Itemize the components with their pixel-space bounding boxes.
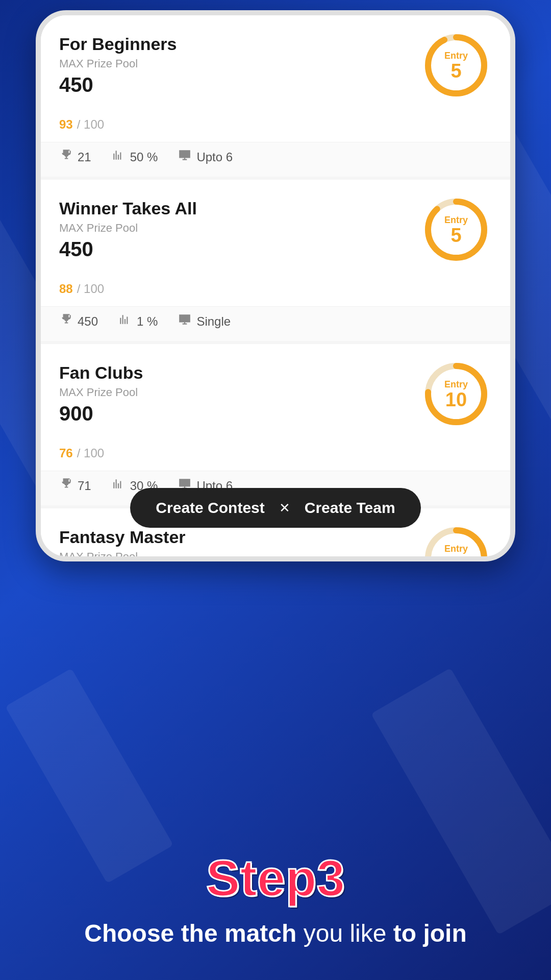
stat-icon-1	[112, 149, 125, 165]
entry-label: Entry	[444, 379, 468, 390]
progress-total-fan-clubs: / 100	[77, 446, 104, 460]
progress-total-beginners: / 100	[77, 117, 104, 132]
stat-item-0: 450	[59, 313, 98, 330]
progress-row-beginners: 93 / 100	[41, 111, 510, 142]
prize-label-fantasy-master: MAX Prize Pool	[59, 550, 186, 556]
card-title-winner-takes-all: Winner Takes All	[59, 199, 197, 218]
card-main-beginners: For Beginners MAX Prize Pool 450 Entry 5	[41, 15, 510, 111]
donut-center: Entry 5	[420, 194, 492, 265]
entry-label: Entry	[444, 215, 468, 226]
card-info-winner-takes-all: Winner Takes All MAX Prize Pool 450	[59, 199, 197, 261]
prize-label-beginners: MAX Prize Pool	[59, 57, 177, 70]
step-desc-bold2: to join	[393, 920, 467, 947]
stat-value-0: 21	[78, 150, 91, 164]
svg-text:S: S	[183, 315, 187, 321]
create-contest-button[interactable]: Create Contest	[156, 499, 264, 517]
contest-list: For Beginners MAX Prize Pool 450 Entry 5…	[41, 15, 510, 556]
stat-icon-0	[59, 313, 72, 330]
prize-label-fan-clubs: MAX Prize Pool	[59, 386, 143, 399]
entry-label: Entry	[444, 51, 468, 61]
stat-value-1: 50 %	[130, 150, 158, 164]
stat-item-1: 1 %	[118, 313, 158, 330]
stat-icon-1	[118, 313, 132, 330]
stat-value-0: 450	[78, 314, 98, 329]
entry-donut: Entry 5	[420, 194, 492, 265]
entry-label: Entry	[444, 544, 468, 554]
bottom-action-bar: Create Contest ✕ Create Team	[41, 488, 510, 528]
step-label: Step3	[206, 849, 345, 908]
entry-value: 10	[445, 390, 467, 409]
card-stats-winner-takes-all: 450 1 % S Single	[41, 306, 510, 341]
entry-donut: Entry 10	[420, 358, 492, 430]
stat-value-2: Upto 6	[196, 150, 233, 164]
phone-inner: For Beginners MAX Prize Pool 450 Entry 5…	[41, 15, 510, 556]
bottom-section: Step3 Choose the match you like to join	[0, 572, 551, 980]
card-title-fan-clubs: Fan Clubs	[59, 363, 143, 383]
donut-center: Entry 5	[420, 30, 492, 101]
contest-card-fan-clubs[interactable]: Fan Clubs MAX Prize Pool 900 Entry 10 76…	[41, 344, 510, 505]
stat-value-1: 1 %	[137, 314, 158, 329]
stat-item-2: S Single	[178, 313, 231, 330]
step-desc-normal: you like	[296, 920, 393, 947]
step-description: Choose the match you like to join	[54, 918, 497, 949]
progress-filled-beginners: 93	[59, 117, 73, 132]
bar-divider: ✕	[277, 500, 292, 516]
progress-filled-fan-clubs: 76	[59, 446, 73, 460]
card-stats-beginners: 21 50 % M Upto 6	[41, 142, 510, 177]
stat-value-2: Single	[196, 314, 231, 329]
progress-filled-winner-takes-all: 88	[59, 282, 73, 296]
stat-icon-2: S	[178, 313, 191, 330]
entry-value: 200	[440, 554, 472, 557]
cross-icon: ✕	[279, 500, 290, 516]
progress-row-fan-clubs: 76 / 100	[41, 440, 510, 471]
card-main-winner-takes-all: Winner Takes All MAX Prize Pool 450 Entr…	[41, 180, 510, 276]
contest-card-beginners[interactable]: For Beginners MAX Prize Pool 450 Entry 5…	[41, 15, 510, 177]
step-desc-bold1: Choose the match	[84, 920, 296, 947]
card-title-beginners: For Beginners	[59, 34, 177, 54]
card-info-fan-clubs: Fan Clubs MAX Prize Pool 900	[59, 363, 143, 425]
card-main-fan-clubs: Fan Clubs MAX Prize Pool 900 Entry 10	[41, 344, 510, 440]
stat-item-0: 21	[59, 149, 91, 165]
card-title-fantasy-master: Fantasy Master	[59, 527, 186, 547]
card-info-fantasy-master: Fantasy Master MAX Prize Pool 18,000	[59, 527, 186, 556]
stat-icon-2: M	[178, 149, 191, 165]
stat-item-1: 50 %	[112, 149, 158, 165]
create-team-button[interactable]: Create Team	[305, 499, 395, 517]
phone-frame: For Beginners MAX Prize Pool 450 Entry 5…	[36, 10, 515, 561]
svg-text:M: M	[183, 479, 187, 485]
prize-value-fan-clubs: 900	[59, 402, 143, 425]
card-info-beginners: For Beginners MAX Prize Pool 450	[59, 34, 177, 96]
stat-item-2: M Upto 6	[178, 149, 233, 165]
stat-icon-0	[59, 149, 72, 165]
donut-center: Entry 10	[420, 358, 492, 430]
prize-value-winner-takes-all: 450	[59, 238, 197, 261]
prize-label-winner-takes-all: MAX Prize Pool	[59, 222, 197, 235]
prize-value-beginners: 450	[59, 74, 177, 96]
entry-donut: Entry 5	[420, 30, 492, 101]
entry-value: 5	[450, 61, 461, 81]
entry-value: 5	[450, 226, 461, 245]
progress-total-winner-takes-all: / 100	[77, 282, 104, 296]
svg-text:M: M	[183, 151, 187, 156]
contest-card-winner-takes-all[interactable]: Winner Takes All MAX Prize Pool 450 Entr…	[41, 180, 510, 341]
progress-row-winner-takes-all: 88 / 100	[41, 276, 510, 306]
